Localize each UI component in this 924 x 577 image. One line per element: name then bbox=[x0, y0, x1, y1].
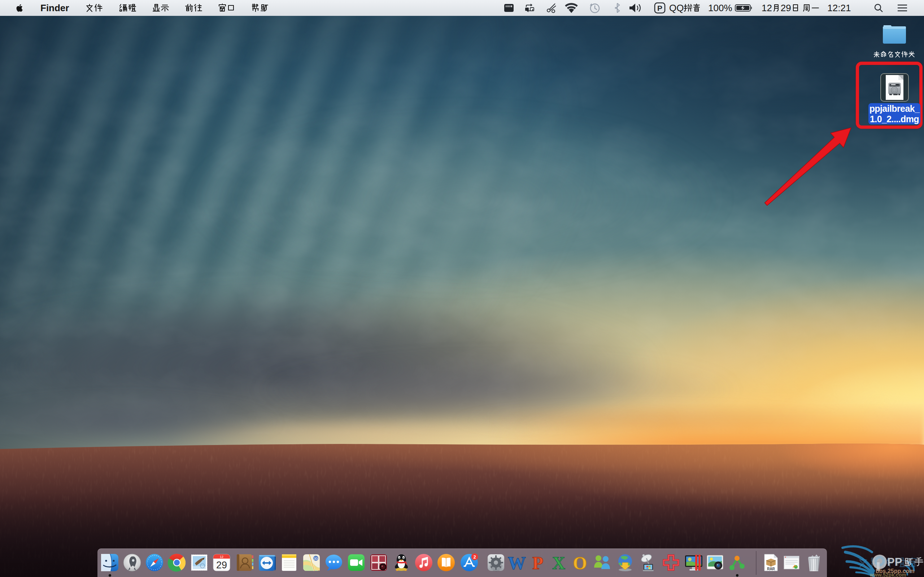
svg-text:2: 2 bbox=[473, 554, 476, 560]
svg-text:P: P bbox=[532, 553, 544, 572]
svg-text:RAR: RAR bbox=[767, 567, 775, 571]
svg-text:12: 12 bbox=[220, 555, 223, 559]
svg-text:3D: 3D bbox=[313, 557, 318, 561]
svg-text:O: O bbox=[573, 553, 587, 572]
svg-text:X: X bbox=[552, 553, 565, 572]
svg-text:www.52pk.com: www.52pk.com bbox=[869, 572, 906, 577]
svg-text:29: 29 bbox=[216, 560, 227, 571]
svg-text:PP: PP bbox=[887, 556, 902, 568]
svg-text:W: W bbox=[508, 553, 526, 572]
